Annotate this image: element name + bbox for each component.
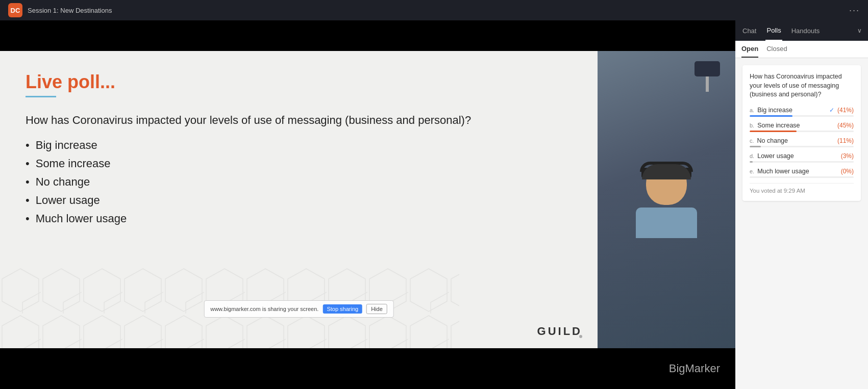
poll-option-d-right: (3%) <box>841 152 854 160</box>
poll-option-a-header: a. Big increase ✓ (41%) <box>750 107 854 114</box>
tab-polls[interactable]: Polls <box>765 20 782 41</box>
slide-options-list: Big increase Some increase No change Low… <box>26 139 572 230</box>
poll-option-b-bar-fill <box>750 131 797 132</box>
poll-option-e-right: (0%) <box>841 168 854 175</box>
poll-option-a: a. Big increase ✓ (41%) <box>750 107 854 117</box>
sidebar-collapse-button[interactable]: ∨ <box>857 27 862 34</box>
poll-option-d: d. Lower usage (3%) <box>750 152 854 163</box>
poll-option-b-pct: (45%) <box>837 122 854 129</box>
guild-logo: GUILD <box>537 325 582 338</box>
poll-question: How has Coronoavirus impacted your level… <box>750 72 854 99</box>
poll-option-e: e. Much lower usage (0%) <box>750 168 854 178</box>
lamp-shade <box>695 61 720 76</box>
poll-option-c-text: No change <box>757 137 788 144</box>
headphone-right <box>683 168 691 178</box>
screen-share-text: www.bigmarker.com is sharing your screen… <box>210 306 318 312</box>
person-body <box>636 208 697 238</box>
slide-option-2: Some increase <box>26 157 572 170</box>
top-black-bar <box>0 20 735 51</box>
more-options-button[interactable]: ··· <box>849 5 860 16</box>
slide-title-underline <box>26 96 56 97</box>
poll-option-d-pct: (3%) <box>841 152 854 160</box>
webcam-container <box>598 51 735 348</box>
person-figure <box>636 162 697 238</box>
poll-option-d-bar-fill <box>750 161 753 163</box>
poll-option-c: c. No change (11%) <box>750 137 854 147</box>
poll-option-a-check: ✓ <box>829 107 834 114</box>
bigmarker-logo: BigMarker <box>669 362 720 375</box>
video-area: Live poll... How has Coronavirus impacte… <box>0 20 735 389</box>
poll-container: How has Coronoavirus impacted your level… <box>735 58 868 389</box>
poll-option-a-letter: a. <box>750 107 754 113</box>
poll-option-c-bar-fill <box>750 146 761 147</box>
headphones <box>640 162 693 172</box>
poll-option-a-bar-fill <box>750 115 792 117</box>
slide-option-3: No change <box>26 175 572 189</box>
session-title: Session 1: New Destinations <box>28 7 112 14</box>
poll-option-c-pct: (11%) <box>837 137 854 144</box>
sidebar-tabs: Chat Polls Handouts ∨ <box>735 20 868 41</box>
slide-question: How has Coronavirus impacted your levels… <box>26 113 572 128</box>
headphone-left <box>641 168 650 178</box>
poll-option-d-left: d. Lower usage <box>750 152 794 160</box>
poll-option-c-header: c. No change (11%) <box>750 137 854 144</box>
sub-tabs: Open Closed <box>735 41 868 58</box>
slide-title: Live poll... <box>26 71 572 93</box>
tab-chat[interactable]: Chat <box>741 20 757 41</box>
right-sidebar: Chat Polls Handouts ∨ Open Closed How ha… <box>735 20 868 389</box>
slide-option-1: Big increase <box>26 139 572 152</box>
poll-option-a-pct: (41%) <box>837 107 854 114</box>
poll-option-b-left: b. Some increase <box>750 122 800 129</box>
poll-card: How has Coronoavirus impacted your level… <box>742 65 861 201</box>
poll-option-e-bar-track <box>750 176 854 178</box>
poll-option-e-text: Much lower usage <box>757 168 809 175</box>
poll-option-a-bar-track <box>750 115 854 117</box>
poll-option-a-text: Big increase <box>757 107 792 114</box>
poll-option-e-letter: e. <box>750 168 754 174</box>
poll-option-b-letter: b. <box>750 122 754 128</box>
poll-option-c-right: (11%) <box>837 137 854 144</box>
main-content: Live poll... How has Coronavirus impacte… <box>0 20 868 389</box>
poll-option-e-pct: (0%) <box>841 168 854 175</box>
poll-option-b-right: (45%) <box>837 122 854 129</box>
slide-video-row: Live poll... How has Coronavirus impacte… <box>0 51 735 348</box>
poll-option-b-header: b. Some increase (45%) <box>750 122 854 129</box>
person-head <box>646 162 687 205</box>
poll-option-b: b. Some increase (45%) <box>750 122 854 132</box>
poll-option-d-bar-track <box>750 161 854 163</box>
stop-sharing-button[interactable]: Stop sharing <box>323 304 362 314</box>
sub-tab-open[interactable]: Open <box>741 41 758 58</box>
poll-option-e-left: e. Much lower usage <box>750 168 809 175</box>
cursor <box>579 335 582 338</box>
poll-option-e-header: e. Much lower usage (0%) <box>750 168 854 175</box>
top-bar: DC Session 1: New Destinations ··· <box>0 0 868 20</box>
webcam-video <box>598 51 735 348</box>
poll-option-c-left: c. No change <box>750 137 788 144</box>
app-logo: DC <box>8 3 22 17</box>
sub-tab-closed[interactable]: Closed <box>766 41 787 58</box>
tab-handouts[interactable]: Handouts <box>790 20 821 41</box>
poll-option-d-text: Lower usage <box>757 152 794 160</box>
poll-option-c-bar-track <box>750 146 854 147</box>
poll-option-b-text: Some increase <box>757 122 800 129</box>
lamp-stand <box>706 76 709 92</box>
slide-option-5: Much lower usage <box>26 212 572 225</box>
slide-container: Live poll... How has Coronavirus impacte… <box>0 51 598 348</box>
hide-button[interactable]: Hide <box>366 304 387 314</box>
bottom-bar: BigMarker <box>0 348 735 389</box>
poll-option-c-letter: c. <box>750 138 754 144</box>
poll-option-d-header: d. Lower usage (3%) <box>750 152 854 160</box>
screen-share-bar: www.bigmarker.com is sharing your screen… <box>204 300 394 318</box>
voted-text: You voted at 9:29 AM <box>750 183 854 194</box>
poll-option-a-left: a. Big increase <box>750 107 792 114</box>
poll-option-a-right: ✓ (41%) <box>829 107 854 114</box>
lamp <box>695 61 720 92</box>
poll-option-d-letter: d. <box>750 153 754 159</box>
top-bar-left: DC Session 1: New Destinations <box>8 3 112 17</box>
slide-option-4: Lower usage <box>26 194 572 207</box>
poll-option-b-bar-track <box>750 131 854 132</box>
